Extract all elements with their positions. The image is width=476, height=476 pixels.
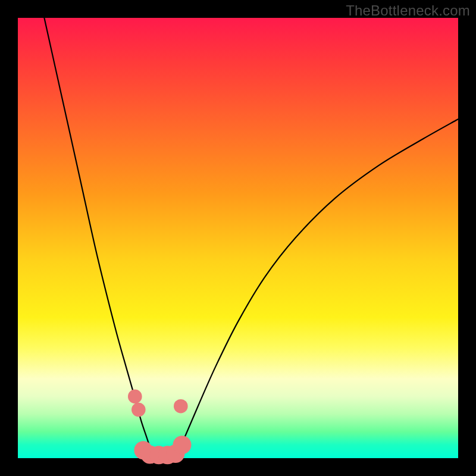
- valley-marker: [174, 399, 188, 414]
- curve-right: [176, 119, 458, 456]
- valley-marker: [131, 403, 146, 417]
- valley-marker: [173, 436, 192, 454]
- curve-group: [44, 18, 458, 456]
- watermark-text: TheBottleneck.com: [346, 2, 470, 19]
- valley-marker: [128, 390, 142, 404]
- marker-group: [128, 390, 192, 465]
- chart-overlay: [18, 18, 458, 458]
- chart-frame: TheBottleneck.com: [0, 0, 476, 476]
